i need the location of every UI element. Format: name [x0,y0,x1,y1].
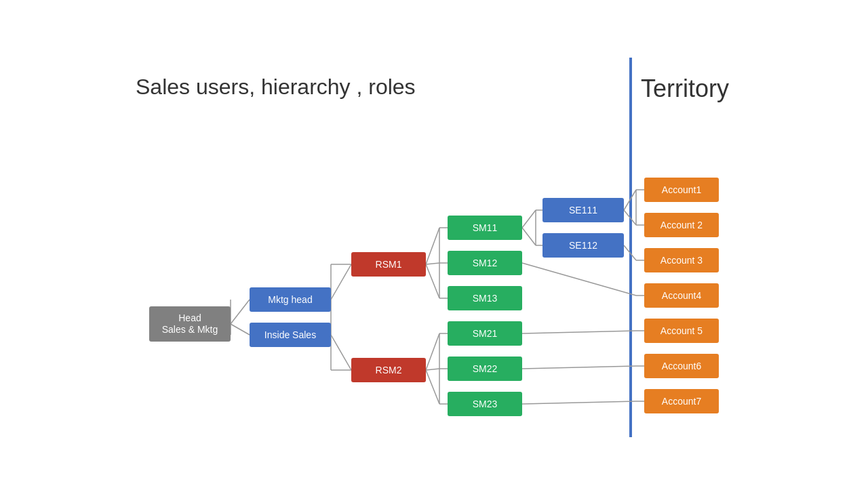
territory-title: Territory [641,75,729,103]
node-sm11-label: SM11 [473,222,498,234]
node-sm22: SM22 [448,357,522,381]
node-account6-label: Account6 [662,361,701,372]
connectors-svg [0,0,868,488]
svg-line-1 [231,324,250,335]
node-rsm1: RSM1 [351,252,426,277]
node-sm23: SM23 [448,392,522,416]
node-sm23-label: SM23 [473,399,498,410]
svg-line-4 [331,335,351,370]
node-se112: SE112 [542,233,624,258]
node-head: HeadSales & Mktg [149,306,231,342]
svg-line-16 [426,369,439,370]
svg-line-0 [231,300,250,324]
node-sm12-label: SM12 [473,258,498,269]
node-account2-label: Account 2 [660,220,703,231]
node-sm22-label: SM22 [473,363,498,375]
node-head-label: HeadSales & Mktg [162,312,218,336]
svg-line-15 [426,333,439,370]
node-mktg-head: Mktg head [250,287,331,312]
node-account6: Account6 [644,354,719,378]
node-se111-label: SE111 [569,205,597,216]
node-sm13-label: SM13 [473,293,498,304]
node-se111: SE111 [542,198,624,222]
node-account1: Account1 [644,178,719,202]
svg-line-3 [331,264,351,300]
svg-line-34 [522,263,636,296]
node-account7-label: Account7 [662,396,701,407]
node-mktg-head-label: Mktg head [268,294,312,306]
svg-line-36 [522,331,636,333]
node-inside-sales: Inside Sales [250,323,331,347]
node-sm21-label: SM21 [473,328,498,340]
node-account4-label: Account4 [662,290,701,302]
node-sm13: SM13 [448,286,522,310]
svg-line-40 [522,401,636,404]
svg-line-9 [426,263,439,264]
svg-line-10 [426,264,439,298]
node-account1-label: Account1 [662,184,701,196]
node-account7: Account7 [644,389,719,413]
node-account3: Account 3 [644,248,719,272]
node-sm12: SM12 [448,251,522,275]
svg-line-38 [522,366,636,369]
node-sm21: SM21 [448,321,522,346]
node-account3-label: Account 3 [660,255,703,266]
node-account5: Account 5 [644,319,719,343]
node-inside-sales-label: Inside Sales [264,329,316,341]
node-rsm2: RSM2 [351,358,426,382]
page-title: Sales users, hierarchy , roles [136,75,416,100]
svg-line-23 [522,228,536,245]
node-account2: Account 2 [644,213,719,237]
node-sm11: SM11 [448,216,522,240]
svg-line-22 [522,210,536,228]
node-account4: Account4 [644,283,719,308]
node-account5-label: Account 5 [660,325,703,337]
divider-line [629,58,632,437]
node-rsm2-label: RSM2 [376,365,402,376]
node-se112-label: SE112 [569,240,597,251]
node-rsm1-label: RSM1 [376,259,402,270]
svg-line-17 [426,370,439,404]
svg-line-8 [426,228,439,264]
